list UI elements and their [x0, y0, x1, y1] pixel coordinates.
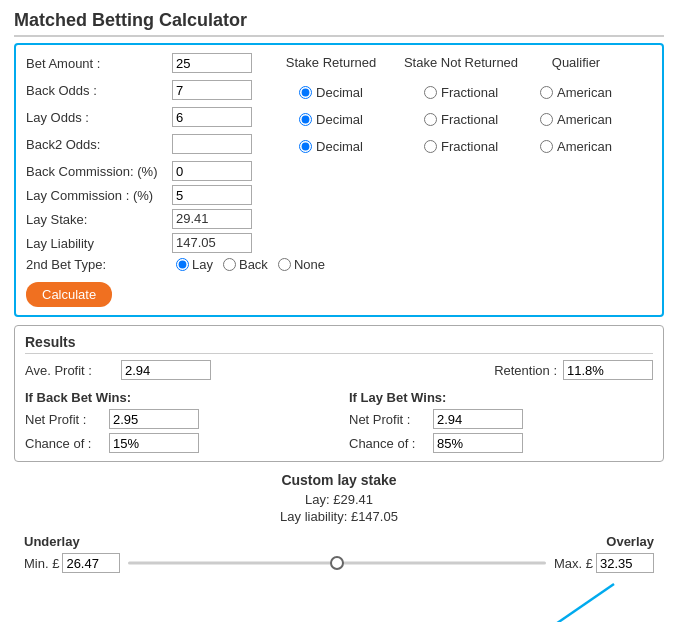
back-commission-row: Back Commission: (%): [26, 161, 652, 181]
results-title: Results: [25, 334, 653, 354]
radio-fractional-3[interactable]: [424, 140, 437, 153]
back-wins-col: If Back Bet Wins: Net Profit : Chance of…: [25, 386, 329, 453]
bet-type-lay[interactable]: Lay: [176, 257, 213, 272]
radio-american-3-label: American: [557, 139, 612, 154]
radio-american-2[interactable]: [540, 113, 553, 126]
lay-net-profit-input[interactable]: [433, 409, 523, 429]
results-columns: If Back Bet Wins: Net Profit : Chance of…: [25, 386, 653, 453]
back-commission-input[interactable]: [172, 161, 252, 181]
slider-row: Min. £ Max. £: [24, 553, 654, 573]
max-input[interactable]: [596, 553, 654, 573]
back-odds-label: Back Odds :: [26, 83, 166, 98]
bet-amount-input[interactable]: [172, 53, 252, 73]
radio-header-qualifier: Qualifier: [552, 55, 600, 70]
lay-wins-title: If Lay Bet Wins:: [349, 390, 653, 405]
lay-net-profit-row: Net Profit :: [349, 409, 653, 429]
back2-odds-input[interactable]: [172, 134, 252, 154]
slider-section: Underlay Overlay Min. £ Max. £ If bookma…: [14, 528, 664, 622]
radio-header-stake-not-returned: Stake Not Returned: [404, 55, 518, 70]
back-chance-label: Chance of :: [25, 436, 105, 451]
lay-net-profit-label: Net Profit :: [349, 412, 429, 427]
retention-label: Retention :: [477, 363, 557, 378]
lay-stake-label: Lay Stake:: [26, 212, 166, 227]
lay-chance-row: Chance of :: [349, 433, 653, 453]
overlay-label: Overlay: [606, 534, 654, 549]
back-net-profit-row: Net Profit :: [25, 409, 329, 429]
radio-decimal-2[interactable]: [299, 113, 312, 126]
calculate-button[interactable]: Calculate: [26, 282, 112, 307]
ave-profit-row: Ave. Profit : Retention :: [25, 360, 653, 380]
bet-type-none-label: None: [294, 257, 325, 272]
radio-american-1-label: American: [557, 85, 612, 100]
bet-amount-label: Bet Amount :: [26, 56, 166, 71]
radio-american-2-label: American: [557, 112, 612, 127]
back-chance-row: Chance of :: [25, 433, 329, 453]
arrow-graphic: [504, 579, 624, 622]
custom-lay-liability: Lay liability: £147.05: [14, 509, 664, 524]
max-box: Max. £: [554, 553, 654, 573]
lay-chance-label: Chance of :: [349, 436, 429, 451]
lay-commission-input[interactable]: [172, 185, 252, 205]
bet-type-none-radio[interactable]: [278, 258, 291, 271]
radio-fractional-2-label: Fractional: [441, 112, 498, 127]
min-box: Min. £: [24, 553, 120, 573]
lay-liability-row: Lay Liability 147.05: [26, 233, 652, 253]
lay-stake-value: 29.41: [172, 209, 252, 229]
back-odds-input[interactable]: [172, 80, 252, 100]
radio-decimal-3[interactable]: [299, 140, 312, 153]
radio-header-stake-returned: Stake Returned: [286, 55, 376, 70]
lay-odds-input[interactable]: [172, 107, 252, 127]
custom-lay-title: Custom lay stake: [14, 472, 664, 488]
back2-odds-label: Back2 Odds:: [26, 137, 166, 152]
slider-track-container: [128, 553, 546, 573]
radio-decimal-1-label: Decimal: [316, 85, 363, 100]
back-wins-title: If Back Bet Wins:: [25, 390, 329, 405]
bet-amount-row: Bet Amount :: [26, 53, 256, 73]
back-net-profit-label: Net Profit :: [25, 412, 105, 427]
max-label: Max. £: [554, 556, 593, 571]
radio-fractional-3-label: Fractional: [441, 139, 498, 154]
radio-decimal-2-label: Decimal: [316, 112, 363, 127]
lay-odds-row: Lay Odds :: [26, 107, 256, 127]
results-section: Results Ave. Profit : Retention : If Bac…: [14, 325, 664, 462]
bet-type-lay-radio[interactable]: [176, 258, 189, 271]
radio-fractional-2[interactable]: [424, 113, 437, 126]
lay-wins-col: If Lay Bet Wins: Net Profit : Chance of …: [349, 386, 653, 453]
radio-fractional-1[interactable]: [424, 86, 437, 99]
bet-type-back[interactable]: Back: [223, 257, 268, 272]
bet-type-back-label: Back: [239, 257, 268, 272]
underlay-label: Underlay: [24, 534, 80, 549]
svg-line-1: [534, 584, 614, 622]
min-input[interactable]: [62, 553, 120, 573]
ave-profit-label: Ave. Profit :: [25, 363, 115, 378]
slider-thumb[interactable]: [330, 556, 344, 570]
lay-stake-row: Lay Stake: 29.41: [26, 209, 652, 229]
radio-american-1[interactable]: [540, 86, 553, 99]
bet-type-label: 2nd Bet Type:: [26, 257, 166, 272]
back-net-profit-input[interactable]: [109, 409, 199, 429]
back-commission-label: Back Commission: (%): [26, 164, 166, 179]
radio-decimal-1[interactable]: [299, 86, 312, 99]
back-odds-row: Back Odds :: [26, 80, 256, 100]
radio-fractional-1-label: Fractional: [441, 85, 498, 100]
bet-type-back-radio[interactable]: [223, 258, 236, 271]
page-title: Matched Betting Calculator: [14, 10, 664, 37]
bet-type-lay-label: Lay: [192, 257, 213, 272]
main-form: Bet Amount : Stake Returned Stake Not Re…: [14, 43, 664, 317]
radio-decimal-3-label: Decimal: [316, 139, 363, 154]
lay-commission-label: Lay Commission : (%): [26, 188, 166, 203]
radio-american-3[interactable]: [540, 140, 553, 153]
lay-liability-label: Lay Liability: [26, 236, 166, 251]
lay-liability-value: 147.05: [172, 233, 252, 253]
bet-type-none[interactable]: None: [278, 257, 325, 272]
lay-chance-input[interactable]: [433, 433, 523, 453]
bet-type-row: 2nd Bet Type: Lay Back None: [26, 257, 652, 272]
custom-lay-section: Custom lay stake Lay: £29.41 Lay liabili…: [14, 472, 664, 524]
back-chance-input[interactable]: [109, 433, 199, 453]
arrow-info-area: If bookmaker bet wins: £2.95 If exchange…: [24, 579, 654, 622]
min-label: Min. £: [24, 556, 59, 571]
bet-type-options: Lay Back None: [176, 257, 325, 272]
custom-lay-lay: Lay: £29.41: [14, 492, 664, 507]
ave-profit-input[interactable]: [121, 360, 211, 380]
retention-input[interactable]: [563, 360, 653, 380]
